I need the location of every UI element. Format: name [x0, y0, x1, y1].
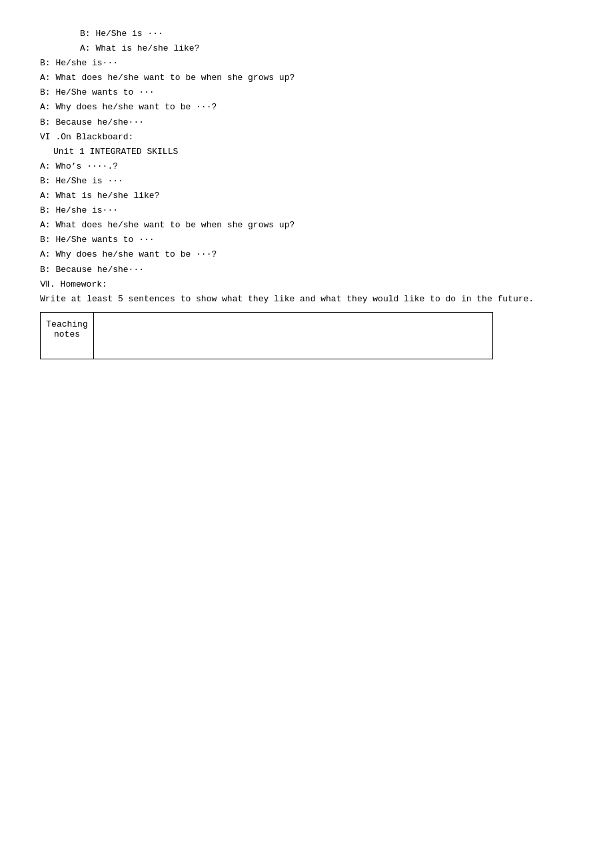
line-a-whos: A: Who’s ····.? [40, 159, 573, 174]
line-a-whatishe-1: A: What is he/she like? [40, 41, 573, 56]
line-b-hesheis-4: B: He/she is··· [40, 203, 573, 218]
line-unit1-integrated: Unit 1 INTEGRATED SKILLS [40, 145, 573, 159]
line-b-because-2: B: Because he/she··· [40, 263, 573, 277]
line-vii-homework: Ⅶ. Homework: [40, 277, 573, 292]
teaching-notes-table: Teaching notes [40, 312, 493, 359]
line-b-hesheis-3: B: He/She is ··· [40, 174, 573, 189]
line-b-hesheis-2: B: He/she is··· [40, 56, 573, 71]
line-a-whydoes-2: A: Why does he/she want to be ···? [40, 247, 573, 262]
line-b-wants-2: B: He/She wants to ··· [40, 233, 573, 247]
line-a-whatishe-2: A: What is he/she like? [40, 189, 573, 203]
teaching-notes-row: Teaching notes [41, 312, 493, 359]
line-b-hesheis-1: B: He/She is ··· [40, 27, 573, 41]
teaching-notes-label: Teaching notes [41, 312, 94, 359]
line-b-because-1: B: Because he/she··· [40, 115, 573, 130]
line-a-whydoes-1: A: Why does he/she want to be ···? [40, 100, 573, 115]
line-a-whatdoes-1: A: What does he/she want to be when she … [40, 71, 573, 85]
main-content: B: He/She is ··· A: What is he/she like?… [40, 27, 573, 359]
line-vi-onblackboard: VI .On Blackboard: [40, 130, 573, 145]
line-write-sentences: Write at least 5 sentences to show what … [40, 292, 573, 307]
line-b-wants-1: B: He/She wants to ··· [40, 85, 573, 100]
teaching-notes-content [93, 312, 492, 359]
line-a-whatdoes-2: A: What does he/she want to be when she … [40, 218, 573, 233]
